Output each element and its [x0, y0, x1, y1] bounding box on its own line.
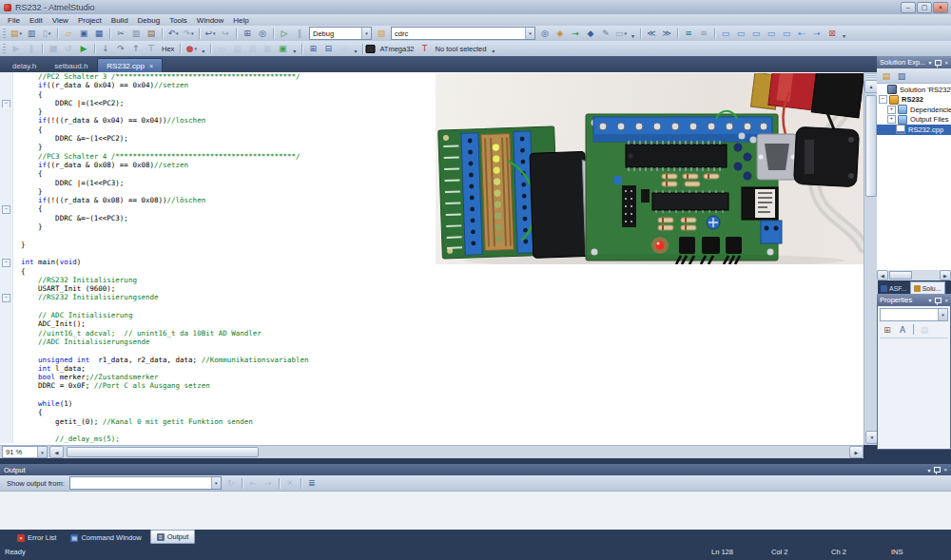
menu-help[interactable]: Help [228, 16, 253, 25]
quickwatch-icon[interactable]: ⊟ [321, 43, 335, 55]
find-symbol-icon[interactable]: ◆ [584, 28, 597, 40]
toolbar-overflow-icon[interactable]: ▾ [492, 47, 495, 56]
copy-icon[interactable]: ▥ [129, 28, 143, 40]
disassembly-icon[interactable]: ▭ [215, 43, 228, 55]
solution-explorer-icon[interactable]: ⊞ [241, 28, 254, 40]
reset-icon[interactable]: ⊤ [145, 43, 158, 55]
chevron-down-icon[interactable]: ▾ [927, 467, 930, 473]
tree-item-dependencies[interactable]: +Dependencies [877, 105, 951, 115]
breakpoint-icon[interactable]: ●▾ [184, 43, 198, 55]
next-message-icon[interactable]: → [262, 477, 275, 490]
autos-icon[interactable]: ▱ [337, 43, 350, 55]
find-combo[interactable]: cdrc▾ [391, 27, 535, 40]
open-file-icon[interactable]: ▱ [62, 28, 75, 40]
break-all-icon[interactable]: ‖ [293, 28, 306, 40]
scroll-up-icon[interactable]: ▲ [864, 80, 878, 93]
show-all-files-icon[interactable]: ▧ [895, 69, 908, 82]
scroll-left-icon[interactable]: ◀ [49, 446, 64, 458]
step-out-icon[interactable]: ↑ [129, 43, 143, 55]
uncomment-selection-icon[interactable]: ≡ [697, 28, 710, 40]
device-name-button[interactable]: ATmega32 [377, 45, 417, 53]
se-properties-icon[interactable]: ▤ [880, 69, 893, 82]
watch-icon[interactable]: ⊞ [306, 43, 320, 55]
collapse-icon[interactable]: − [879, 95, 887, 104]
find-message-icon[interactable]: ↻ [224, 477, 238, 490]
minimize-button[interactable]: – [901, 2, 916, 13]
expand-icon[interactable]: + [887, 106, 896, 114]
toolbar-overflow-icon[interactable]: ▾ [354, 47, 357, 56]
tool-tab-asf-[interactable]: ASF... [878, 282, 910, 294]
toolbar-overflow-icon[interactable]: ▾ [202, 47, 204, 56]
scroll-right-icon[interactable]: ▶ [940, 270, 951, 280]
screenshot-icon[interactable]: ▣ [276, 43, 289, 55]
tree-item-rs232-cpp[interactable]: RS232.cpp [877, 125, 951, 135]
clear-bookmarks-icon[interactable]: ⊠ [825, 28, 839, 40]
next-bookmark-icon[interactable]: ▭ [749, 28, 763, 40]
chevron-down-icon[interactable]: ▾ [938, 309, 947, 320]
vertical-scroll-thumb[interactable] [865, 95, 877, 197]
previous-message-icon[interactable]: ← [246, 477, 260, 490]
tool-icon[interactable]: T [418, 43, 432, 55]
alphabetical-icon[interactable]: A [896, 323, 909, 336]
chevron-down-icon[interactable]: ▾ [211, 477, 221, 489]
step-over-icon[interactable]: ↷ [114, 43, 127, 55]
pin-icon[interactable] [934, 467, 941, 473]
bottom-tab-error-list[interactable]: ×Error List [11, 531, 62, 544]
add-item-icon[interactable]: ▥ [25, 28, 38, 40]
find-in-files-icon[interactable]: ◈ [553, 28, 567, 40]
editor-zoom-combo[interactable]: 91 % ▾ [2, 446, 48, 458]
chevron-down-icon[interactable]: ▾ [928, 297, 931, 303]
menu-build[interactable]: Build [107, 16, 133, 25]
memory-icon[interactable]: ▤ [230, 43, 243, 55]
new-project-icon[interactable]: ▤▾ [10, 28, 23, 40]
menu-edit[interactable]: Edit [25, 16, 48, 25]
editor-splitter-handle[interactable] [865, 73, 877, 79]
toolbar-overflow-icon[interactable]: ▾ [631, 31, 634, 41]
toolbar-grip[interactable] [3, 44, 6, 53]
scroll-thumb[interactable] [889, 271, 912, 280]
solution-explorer-hscrollbar[interactable]: ◀ ▶ [877, 270, 951, 280]
chevron-down-icon[interactable]: ▾ [361, 28, 371, 39]
tree-item-solution-rs232-1[interactable]: Solution 'RS232' (1 [877, 85, 951, 95]
break-execution-icon[interactable]: ‖ [25, 43, 38, 55]
continue-icon[interactable]: ▶ [10, 43, 23, 55]
properties-object-combo[interactable]: ▾ [880, 308, 948, 321]
properties-window-icon[interactable]: ◎ [256, 28, 269, 40]
toolbar-overflow-icon[interactable]: ▾ [293, 47, 296, 56]
close-icon[interactable]: × [943, 467, 947, 473]
property-pages-icon[interactable]: ▤ [918, 323, 931, 336]
tree-item-rs232[interactable]: −RS232 [877, 95, 951, 106]
run-to-cursor-icon[interactable]: ▶ [77, 43, 90, 55]
save-icon[interactable]: ▣ [77, 28, 90, 40]
menu-window[interactable]: Window [192, 16, 228, 25]
bottom-tab-command-window[interactable]: ▤Command Window [65, 531, 146, 544]
solution-configurations-combo[interactable]: Debug▾ [309, 27, 372, 40]
increase-indent-icon[interactable]: ≫ [660, 28, 673, 40]
registers-icon[interactable]: ▥ [245, 43, 259, 55]
io-view-icon[interactable]: ▦ [261, 43, 274, 55]
undo-icon[interactable]: ↶▾ [166, 28, 180, 40]
decrease-indent-icon[interactable]: ≪ [645, 28, 658, 40]
toolbar-overflow-icon[interactable]: ▾ [843, 31, 845, 41]
quick-edit-icon[interactable]: ✎ [599, 28, 612, 40]
horizontal-scroll-thumb[interactable] [67, 447, 259, 457]
close-icon[interactable]: × [944, 298, 948, 303]
comment-selection-icon[interactable]: ≡ [682, 28, 695, 40]
bottom-tab-output[interactable]: ≡Output [150, 530, 196, 544]
new-file-icon[interactable]: ▯▾ [40, 28, 53, 40]
previous-bookmark-folder-icon[interactable]: ▭ [765, 28, 778, 40]
restore-button[interactable]: ▢ [917, 2, 932, 13]
navigate-forward-icon[interactable]: ↪ [219, 28, 232, 40]
next-bookmark-doc-icon[interactable]: ⇢ [810, 28, 824, 40]
tool-tab-solu-[interactable]: Solu... [910, 281, 945, 294]
stop-debugging-icon[interactable]: ■ [47, 43, 60, 55]
chevron-down-icon[interactable]: ▾ [37, 447, 47, 457]
debugger-tool-button[interactable]: No tool selected [433, 45, 490, 53]
tab-delay-h[interactable]: delay.h [4, 59, 45, 72]
output-source-combo[interactable]: ▾ [69, 476, 222, 490]
menu-tools[interactable]: Tools [165, 16, 192, 25]
close-tab-icon[interactable]: × [149, 63, 153, 69]
scroll-right-icon[interactable]: ▶ [849, 446, 864, 458]
pin-icon[interactable] [935, 60, 941, 66]
tab-rs232-cpp[interactable]: RS232.cpp× [97, 58, 163, 72]
